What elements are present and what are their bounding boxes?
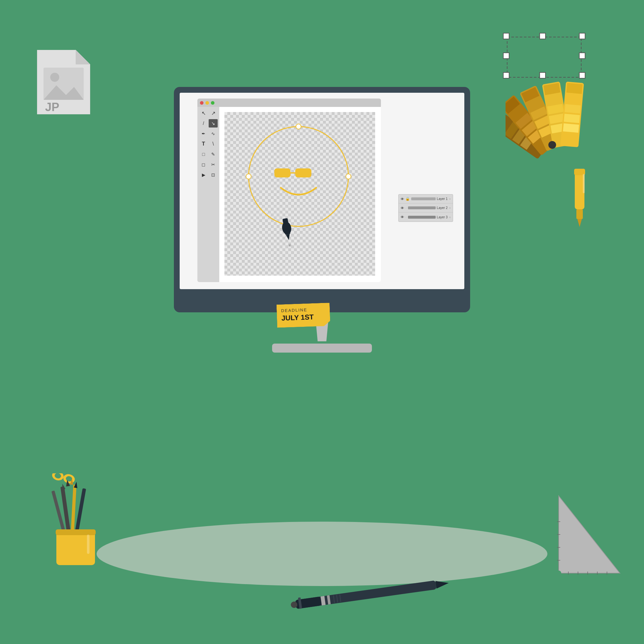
- svg-point-3: [50, 73, 59, 82]
- app-window: ↖ ↗ / ↘ ✒ ∿: [197, 99, 381, 282]
- titlebar-dot-green: [211, 101, 214, 105]
- tool-play[interactable]: ▶: [199, 171, 208, 179]
- svg-rect-58: [576, 209, 583, 219]
- smiley-svg: ✳: [224, 112, 375, 276]
- layer-eye-icon-2: 👁: [401, 206, 404, 210]
- svg-rect-41: [565, 94, 582, 104]
- layer-row-2[interactable]: 👁 ▪ Layer 2 ○: [399, 204, 453, 213]
- pencil-holder-group: [37, 473, 111, 570]
- layer-eye-icon-3: 👁: [401, 215, 404, 219]
- tool-row-play[interactable]: ▶ ⊡: [199, 171, 218, 179]
- svg-rect-7: [503, 33, 509, 39]
- svg-rect-91: [56, 529, 96, 535]
- tool-edit[interactable]: ✎: [209, 150, 218, 158]
- monitor-screen: ↖ ↗ / ↘ ✒ ∿: [180, 93, 464, 289]
- svg-rect-92: [87, 535, 90, 554]
- tool-row-text[interactable]: T \: [199, 140, 218, 148]
- svg-rect-40: [566, 83, 582, 94]
- svg-text:JP: JP: [45, 100, 59, 114]
- tool-node2[interactable]: ↘: [209, 119, 218, 128]
- app-toolbar: ↖ ↗ / ↘ ✒ ∿: [197, 107, 219, 282]
- svg-point-45: [548, 141, 556, 149]
- sticky-note: DEADLINE JULY 1st: [277, 303, 330, 328]
- layer-eye-icon: 👁: [401, 197, 404, 201]
- titlebar-dot-red: [200, 101, 204, 105]
- svg-rect-9: [579, 33, 585, 39]
- monitor-body: ↖ ↗ / ↘ ✒ ∿: [174, 87, 470, 312]
- svg-point-74: [556, 571, 561, 576]
- tool-row-eraser[interactable]: ◻ ✂: [199, 160, 218, 169]
- svg-marker-54: [286, 234, 291, 241]
- monitor-stand-base: [272, 344, 372, 353]
- tool-arrow[interactable]: ↖: [199, 109, 208, 117]
- layer-row-3[interactable]: 👁 ▪ Layer 3 ○: [399, 213, 453, 222]
- color-swatches: [506, 58, 615, 167]
- tool-clone[interactable]: ⊡: [209, 171, 218, 179]
- tool-line[interactable]: \: [209, 140, 218, 148]
- titlebar-dot-yellow: [205, 101, 209, 105]
- monitor: ↖ ↗ / ↘ ✒ ∿: [174, 87, 470, 312]
- sticky-date: JULY 1st: [281, 313, 326, 323]
- tool-node[interactable]: /: [199, 119, 208, 128]
- desk-surface: [97, 522, 547, 586]
- svg-marker-59: [577, 219, 582, 227]
- svg-rect-42: [564, 104, 581, 113]
- eyedropper-tool: [565, 164, 594, 229]
- svg-rect-84: [71, 485, 77, 533]
- tool-arrow2[interactable]: ↗: [209, 109, 218, 117]
- svg-point-55: [281, 221, 292, 235]
- layer-2-name: Layer 2: [437, 206, 448, 210]
- tool-pen[interactable]: ✒: [199, 129, 208, 138]
- app-titlebar: [197, 99, 381, 107]
- svg-point-49: [246, 174, 251, 179]
- tool-bezier[interactable]: ∿: [209, 129, 218, 138]
- svg-rect-50: [274, 168, 290, 177]
- svg-text:✳: ✳: [288, 242, 292, 248]
- svg-rect-44: [563, 123, 579, 133]
- tool-row-rect[interactable]: □ ✎: [199, 150, 218, 158]
- tool-row-pen[interactable]: ✒ ∿: [199, 129, 218, 138]
- svg-point-48: [346, 174, 351, 179]
- layer-1-name: Layer 1: [437, 197, 448, 201]
- canvas-checkerboard: ✳: [224, 112, 375, 276]
- tool-rect[interactable]: □: [199, 150, 208, 158]
- svg-marker-94: [435, 579, 449, 589]
- scene: JP: [0, 0, 644, 644]
- svg-rect-61: [583, 174, 585, 193]
- svg-rect-51: [295, 168, 311, 177]
- layer-3-name: Layer 3: [437, 215, 448, 219]
- ruler-triangle: [552, 489, 626, 580]
- sticky-deadline-label: DEADLINE: [281, 307, 325, 313]
- layer-lock-icon: 🔒: [405, 197, 410, 201]
- app-canvas: ✳: [219, 107, 381, 282]
- svg-marker-1: [76, 50, 90, 64]
- svg-rect-8: [540, 33, 545, 39]
- layer-row-1[interactable]: 👁 🔒 Layer 1 ○: [399, 194, 453, 204]
- tool-eraser[interactable]: ◻: [199, 160, 208, 169]
- tool-row-arrows[interactable]: ↖ ↗: [199, 109, 218, 117]
- svg-marker-62: [559, 496, 620, 573]
- image-file: JP: [37, 50, 90, 114]
- svg-point-47: [296, 124, 301, 129]
- layers-panel: 👁 🔒 Layer 1 ○ 👁 ▪ Layer 2 ○ 👁: [398, 194, 453, 222]
- tool-row-node[interactable]: / ↘: [199, 119, 218, 128]
- svg-rect-43: [564, 114, 580, 123]
- svg-rect-86: [75, 488, 86, 532]
- tool-scissors[interactable]: ✂: [209, 160, 218, 169]
- tool-text[interactable]: T: [199, 140, 208, 148]
